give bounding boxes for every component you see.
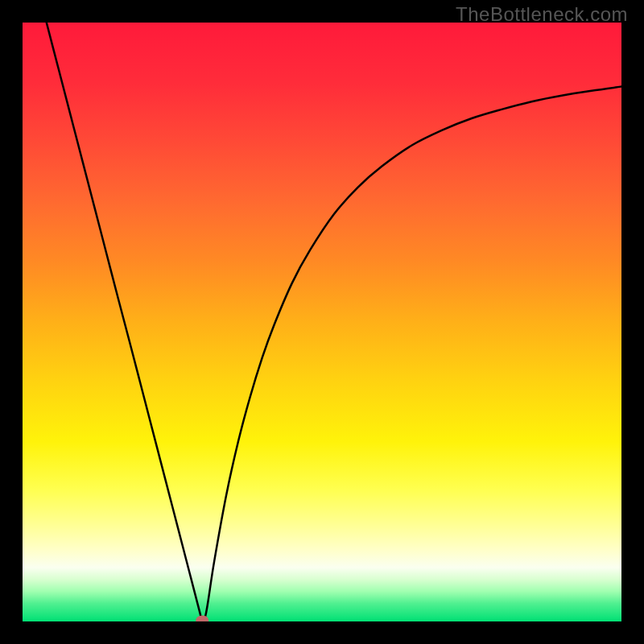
curve-layer — [23, 23, 621, 621]
optimal-marker — [196, 616, 208, 621]
bottleneck-curve — [47, 23, 621, 621]
plot-area — [23, 23, 621, 621]
watermark-text: TheBottleneck.com — [456, 3, 628, 26]
chart-container: TheBottleneck.com — [0, 0, 644, 644]
